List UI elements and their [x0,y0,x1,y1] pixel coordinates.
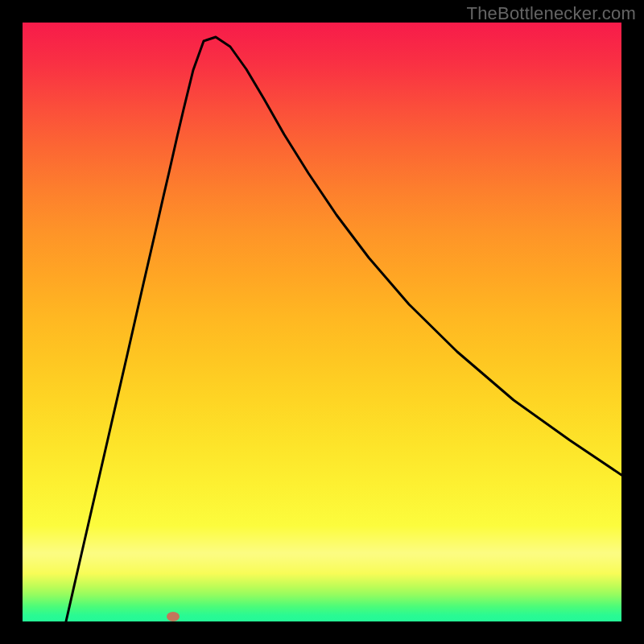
watermark-text: TheBottlenecker.com [467,3,636,24]
plot-area [23,23,621,621]
optimal-point-marker [167,612,180,621]
bottleneck-curve [23,23,621,621]
